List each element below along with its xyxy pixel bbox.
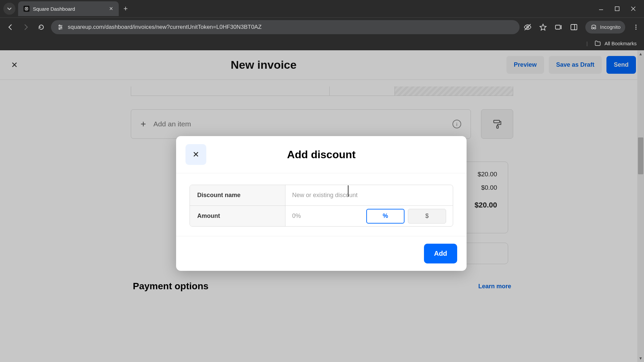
discount-name-row: Discount name [190, 185, 453, 206]
amount-row: Amount % $ [190, 206, 453, 226]
minimize-button[interactable] [598, 6, 604, 11]
svg-point-21 [635, 24, 636, 25]
bookmark-star-icon[interactable] [539, 23, 547, 31]
url-box[interactable]: squareup.com/dashboard/invoices/new?curr… [51, 20, 520, 34]
svg-point-23 [635, 28, 636, 29]
app-viewport: ▲ ▼ ✕ New invoice Preview Save as Draft … [0, 50, 644, 362]
site-settings-icon[interactable] [57, 24, 64, 31]
svg-point-10 [61, 26, 62, 27]
svg-point-18 [592, 27, 594, 29]
browser-chrome: Square Dashboard ✕ + [0, 0, 644, 50]
all-bookmarks-button[interactable]: All Bookmarks [604, 41, 637, 46]
dollar-toggle[interactable]: $ [408, 209, 446, 224]
square-favicon [23, 6, 30, 12]
modal-body: Discount name Amount % $ [176, 173, 467, 236]
svg-rect-16 [571, 24, 577, 30]
bookmarks-bar: | All Bookmarks [0, 36, 644, 50]
bookmarks-divider: | [586, 41, 588, 46]
svg-point-11 [59, 28, 60, 29]
tab-close-icon[interactable]: ✕ [109, 6, 113, 12]
modal-title: Add discount [206, 148, 457, 161]
new-tab-button[interactable]: + [123, 4, 128, 13]
back-button[interactable] [5, 21, 16, 33]
add-discount-modal: ✕ Add discount Discount name Amount % [176, 136, 467, 271]
modal-close-button[interactable]: ✕ [185, 144, 206, 165]
add-discount-button[interactable]: Add [424, 244, 457, 263]
amount-input[interactable] [292, 206, 362, 226]
incognito-label: Incognito [600, 24, 621, 30]
side-panel-icon[interactable] [570, 23, 578, 31]
text-cursor-indicator [348, 185, 348, 197]
browser-tab[interactable]: Square Dashboard ✕ [18, 1, 119, 16]
discount-form: Discount name Amount % $ [190, 185, 453, 227]
maximize-button[interactable] [614, 6, 620, 11]
tab-title: Square Dashboard [33, 6, 75, 12]
tab-search-button[interactable] [3, 3, 15, 15]
chevron-down-icon [7, 6, 12, 11]
amount-type-toggle: % $ [366, 209, 446, 224]
addr-right: Incognito [524, 21, 639, 34]
tab-bar: Square Dashboard ✕ + [0, 0, 644, 17]
folder-icon [594, 40, 601, 47]
svg-point-19 [594, 27, 596, 29]
incognito-icon [590, 23, 597, 31]
reload-button[interactable] [36, 21, 47, 33]
window-close-button[interactable] [631, 6, 636, 11]
forward-button[interactable] [20, 21, 32, 33]
modal-header: ✕ Add discount [176, 136, 467, 173]
svg-rect-1 [26, 8, 27, 9]
svg-rect-14 [555, 25, 560, 29]
kebab-menu-icon[interactable] [633, 24, 639, 31]
incognito-chip[interactable]: Incognito [585, 21, 625, 34]
discount-name-field [285, 185, 453, 205]
discount-name-input[interactable] [292, 185, 446, 205]
svg-point-22 [635, 26, 636, 27]
window-controls [598, 6, 641, 11]
svg-point-9 [59, 25, 60, 26]
discount-name-label: Discount name [190, 185, 285, 205]
url-text: squareup.com/dashboard/invoices/new?curr… [68, 24, 262, 31]
eye-off-icon[interactable] [524, 23, 532, 31]
media-control-icon[interactable] [554, 23, 562, 31]
address-bar: squareup.com/dashboard/invoices/new?curr… [0, 17, 644, 36]
modal-footer: Add [176, 236, 467, 271]
amount-field: % $ [285, 206, 453, 226]
svg-rect-3 [615, 7, 619, 11]
percent-toggle[interactable]: % [366, 209, 405, 224]
amount-label: Amount [190, 206, 285, 226]
